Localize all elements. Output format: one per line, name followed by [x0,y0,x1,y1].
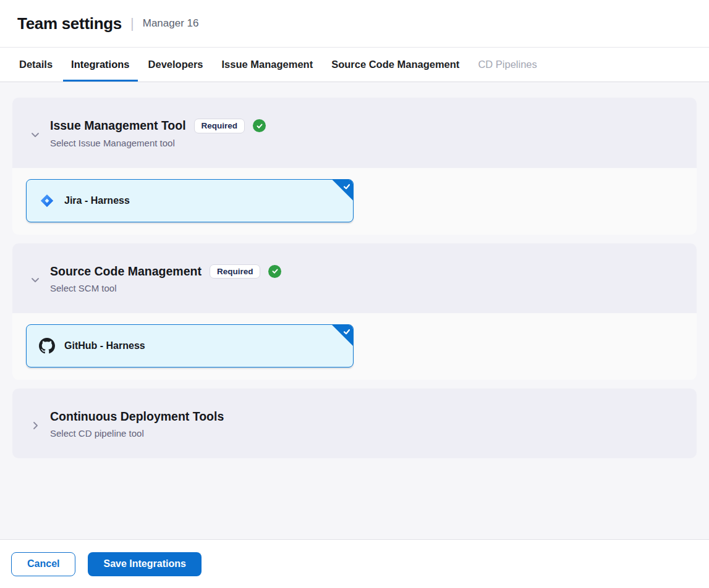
section-scm-body: GitHub - Harness [12,313,697,380]
chevron-down-icon[interactable] [30,274,41,285]
tab-integrations[interactable]: Integrations [63,48,137,82]
required-badge: Required [194,119,245,133]
chevron-down-icon[interactable] [30,129,41,140]
tool-label: GitHub - Harness [64,340,145,351]
tab-bar: Details Integrations Developers Issue Ma… [0,48,709,82]
tab-issue-management[interactable]: Issue Management [214,48,321,82]
tool-label: Jira - Harness [64,195,130,206]
section-header-text: Source Code Management Required Select S… [50,264,281,294]
section-source-code-management: Source Code Management Required Select S… [12,243,697,380]
title-divider: | [130,15,134,32]
jira-icon [39,193,55,209]
github-icon [39,338,55,354]
section-header-text: Continuous Deployment Tools Select CD pi… [50,410,224,439]
integrations-content: Issue Management Tool Required Select Is… [0,83,709,539]
section-issue-management-header[interactable]: Issue Management Tool Required Select Is… [12,98,697,168]
check-circle-icon [253,119,266,132]
required-badge: Required [210,264,261,279]
page-header: Team settings | Manager 16 [0,0,709,48]
page-context-label: Manager 16 [143,17,199,30]
tab-source-code-management[interactable]: Source Code Management [323,48,467,82]
section-scm-header[interactable]: Source Code Management Required Select S… [12,243,697,314]
section-subtitle: Select CD pipeline tool [50,428,224,439]
cancel-button[interactable]: Cancel [11,552,75,576]
check-circle-icon [268,265,281,278]
section-issue-management-body: Jira - Harness [12,168,697,235]
section-cd-header[interactable]: Continuous Deployment Tools Select CD pi… [12,388,697,458]
tab-details[interactable]: Details [11,48,61,82]
section-subtitle: Select SCM tool [50,283,281,293]
page-title: Team settings [17,14,122,33]
section-issue-management-tool: Issue Management Tool Required Select Is… [12,98,697,235]
tool-card-jira[interactable]: Jira - Harness [26,179,354,222]
tab-cd-pipelines: CD Pipelines [470,48,545,82]
chevron-right-icon[interactable] [30,420,41,431]
section-title: Continuous Deployment Tools [50,410,224,424]
tool-card-github[interactable]: GitHub - Harness [26,324,354,368]
footer-action-bar: Cancel Save Integrations [0,539,709,588]
selected-check-icon [332,180,353,201]
section-continuous-deployment-tools: Continuous Deployment Tools Select CD pi… [12,388,697,458]
save-integrations-button[interactable]: Save Integrations [88,552,201,576]
tab-developers[interactable]: Developers [140,48,211,82]
section-header-text: Issue Management Tool Required Select Is… [50,119,266,148]
section-title: Source Code Management [50,264,202,279]
section-subtitle: Select Issue Management tool [50,138,266,148]
selected-check-icon [332,325,353,346]
section-title: Issue Management Tool [50,119,186,133]
